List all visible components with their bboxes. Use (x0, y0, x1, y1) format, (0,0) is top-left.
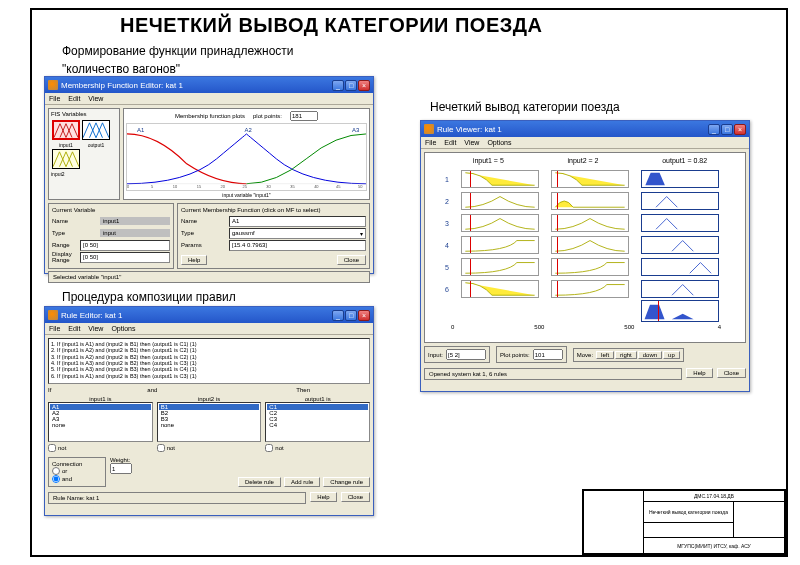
current-mf-panel: Current Membership Function (click on MF… (177, 203, 370, 269)
mf-cell (461, 214, 539, 232)
menu-edit[interactable]: Edit (68, 95, 80, 102)
caption-mf-2: "количество вагонов" (62, 62, 180, 76)
plot-points-label: plot points: (253, 113, 282, 119)
cmf-params-input[interactable] (229, 240, 366, 251)
drawing-title-block: ДМС.17.04.18.ДБ Нечеткий вывод категории… (582, 489, 786, 555)
minimize-button[interactable]: _ (332, 310, 344, 321)
close-button-panel[interactable]: Close (341, 492, 370, 502)
mf-cell (461, 170, 539, 188)
win2-titlebar[interactable]: Rule Editor: kat 1 _ □ × (45, 307, 373, 323)
list-item[interactable]: none (159, 422, 260, 428)
add-rule-button[interactable]: Add rule (284, 477, 320, 487)
not-input1-checkbox[interactable] (48, 444, 56, 452)
close-button-panel[interactable]: Close (337, 255, 366, 265)
minimize-button[interactable]: _ (332, 80, 344, 91)
mf-a2-label: A2 (244, 127, 252, 133)
help-button[interactable]: Help (310, 492, 336, 502)
mf-cell (551, 192, 629, 210)
mf-cell (461, 192, 539, 210)
plot-points-label: Plot points: (500, 352, 530, 358)
menu-view[interactable]: View (88, 95, 103, 102)
tb-code: ДМС.17.04.18.ДБ (644, 491, 785, 502)
ruler-hi: 50 (624, 324, 631, 330)
input1-listbox[interactable]: A1 A2 A3 none (48, 402, 153, 442)
fis-input1-icon[interactable] (52, 120, 80, 140)
cv-range-label: Range (52, 242, 80, 248)
weight-input[interactable] (110, 463, 132, 474)
close-button[interactable]: × (734, 124, 746, 135)
win3-title: Rule Viewer: kat 1 (437, 125, 708, 134)
win1-titlebar[interactable]: Membership Function Editor: kat 1 _ □ × (45, 77, 373, 93)
menu-view[interactable]: View (464, 139, 479, 146)
mf-chart[interactable]: A1 A2 A3 05101520253035404550 (126, 123, 367, 191)
output1-listbox[interactable]: C1 C2 C3 C4 (265, 402, 370, 442)
change-rule-button[interactable]: Change rule (323, 477, 370, 487)
maximize-button[interactable]: □ (721, 124, 733, 135)
cmf-type-select[interactable]: gaussmf▾ (229, 228, 366, 239)
win2-title: Rule Editor: kat 1 (61, 311, 332, 320)
mf-cell (461, 236, 539, 254)
list-item[interactable]: C4 (267, 422, 368, 428)
aggregate-output-cell (641, 300, 719, 322)
move-right-button[interactable]: right (615, 351, 637, 359)
close-button-panel[interactable]: Close (717, 368, 746, 378)
fis-output1-icon[interactable] (82, 120, 110, 140)
mf-cell (641, 280, 719, 298)
menu-options[interactable]: Options (487, 139, 511, 146)
maximize-button[interactable]: □ (345, 310, 357, 321)
plot-points-input[interactable] (290, 111, 318, 121)
not-output1-checkbox[interactable] (265, 444, 273, 452)
input2-listbox[interactable]: B1 B2 B3 none (157, 402, 262, 442)
mf-cell (461, 258, 539, 276)
plot-points-input[interactable] (533, 349, 563, 360)
cv-drange-input[interactable] (80, 252, 170, 263)
move-down-button[interactable]: down (638, 351, 662, 359)
menu-file[interactable]: File (425, 139, 436, 146)
rules-listbox[interactable]: 1. If (input1 is A1) and (input2 is B1) … (48, 338, 370, 384)
mf-cell (641, 236, 719, 254)
rule-item[interactable]: 6. If (input1 is A1) and (input2 is B3) … (51, 373, 367, 379)
row-num: 2 (441, 198, 449, 205)
ruler-lo: 0 (541, 324, 544, 330)
maximize-button[interactable]: □ (345, 80, 357, 91)
help-button[interactable]: Help (181, 255, 207, 265)
not-input2-checkbox[interactable] (157, 444, 165, 452)
membership-function-editor-window: Membership Function Editor: kat 1 _ □ × … (44, 76, 374, 274)
move-up-button[interactable]: up (663, 351, 680, 359)
svg-text:50: 50 (358, 184, 363, 188)
menu-edit[interactable]: Edit (444, 139, 456, 146)
svg-text:25: 25 (242, 184, 247, 188)
input-label: Input: (428, 352, 443, 358)
cv-name-label: Name (52, 218, 100, 224)
delete-rule-button[interactable]: Delete rule (238, 477, 281, 487)
cv-range-input[interactable] (80, 240, 170, 251)
win3-titlebar[interactable]: Rule Viewer: kat 1 _ □ × (421, 121, 749, 137)
cmf-title: Current Membership Function (click on MF… (181, 207, 366, 213)
row-num: 4 (441, 242, 449, 249)
tb-desc: Нечеткий вывод категории поезда (644, 502, 734, 522)
and-radio[interactable] (52, 475, 60, 483)
rule-viewer-grid[interactable]: input1 = 5 input2 = 2 output1 = 0.82 1 2… (424, 152, 746, 343)
cmf-name-input[interactable] (229, 216, 366, 227)
fis-output1-label: output1 (88, 142, 105, 148)
menu-file[interactable]: File (49, 325, 60, 332)
menu-file[interactable]: File (49, 95, 60, 102)
minimize-button[interactable]: _ (708, 124, 720, 135)
win3-status: Opened system kat 1, 6 rules (424, 368, 682, 380)
fis-input2-icon[interactable] (52, 149, 80, 169)
menu-options[interactable]: Options (111, 325, 135, 332)
close-button[interactable]: × (358, 80, 370, 91)
or-radio[interactable] (52, 467, 60, 475)
menu-edit[interactable]: Edit (68, 325, 80, 332)
svg-text:10: 10 (173, 184, 178, 188)
fis-variables-panel: FIS Variables input1 output1 (48, 108, 120, 200)
help-button[interactable]: Help (686, 368, 712, 378)
close-button[interactable]: × (358, 310, 370, 321)
menu-view[interactable]: View (88, 325, 103, 332)
move-left-button[interactable]: left (596, 351, 614, 359)
list-item[interactable]: none (50, 422, 151, 428)
row-num: 1 (441, 176, 449, 183)
mf-cell (551, 170, 629, 188)
input-vector-input[interactable] (446, 349, 486, 360)
mf-plot-panel: Membership function plots plot points: A… (123, 108, 370, 200)
